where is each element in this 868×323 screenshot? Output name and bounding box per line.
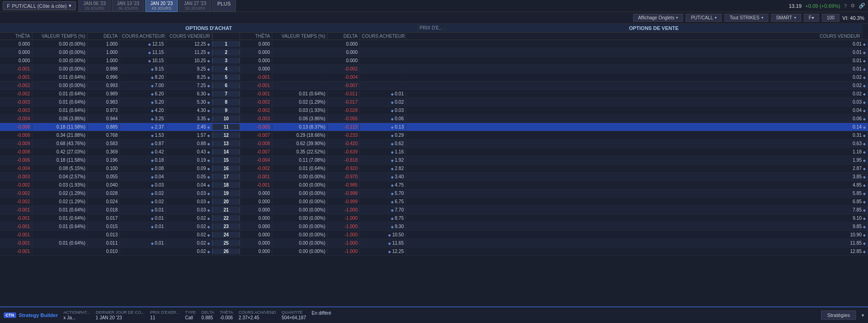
call-bid: ◆ 1.53 [120, 132, 166, 138]
put-ask: 0.01 ◆ [406, 49, 868, 55]
smart-selector[interactable]: SMART ▾ [771, 14, 801, 22]
table-row[interactable]: -0.003 0.01 (0.64%) 0.973 ◆ 4.20 4.30 ◆ … [0, 106, 868, 115]
date-tab-1[interactable]: JAN 13 '23 36 JOURS [112, 0, 144, 12]
plus-button[interactable]: PLUS [212, 0, 236, 12]
strategy-col: QUANTITÉ504×64,187 [281, 310, 306, 320]
settings-icon[interactable]: ⚙ [850, 3, 855, 9]
call-delta-header: DELTA [88, 33, 120, 40]
instrument-selector[interactable]: F PUT/CALL (Côte à côte) ▾ [3, 1, 76, 10]
table-row[interactable]: -0.009 0.68 (43.76%) 0.583 ◆ 0.87 0.88 ◆… [0, 140, 868, 148]
strategy-builder-label: CTN Strategy Builder [4, 312, 58, 318]
table-row[interactable]: -0.001 0.00 (0.00%) 0.998 ◆ 9.15 9.25 ◆ … [0, 65, 868, 73]
help-icon[interactable]: ? [844, 3, 847, 9]
table-row[interactable]: -0.002 0.02 (1.29%) 0.028 ◆ 0.02 0.03 ◆ … [0, 189, 868, 198]
put-vtime: 0.00 (0.00%) [272, 240, 328, 246]
strikes-selector[interactable]: Tout STRIKES ▾ [724, 14, 768, 22]
call-delta: 1.000 [88, 49, 120, 55]
put-bid: ◆ 9.30 [360, 223, 406, 229]
put-ask: 9.10 ◆ [406, 215, 868, 221]
call-vtime: 0.00 (0.00%) [32, 49, 88, 55]
put-bid: ◆ 1.16 [360, 149, 406, 155]
put-bid: ◆ 0.01 [360, 91, 406, 97]
table-row[interactable]: -0.001 0.01 (0.64%) 0.018 ◆ 0.01 0.03 ◆ … [0, 206, 868, 214]
call-theta: -0.002 [0, 82, 32, 88]
strategy-col: En différé [311, 310, 331, 320]
put-vtime: 0.06 (3.86%) [272, 116, 328, 122]
put-ask: 0.02 ◆ [406, 74, 868, 80]
affichage-selector[interactable]: Affichage Onglets ▾ [633, 14, 683, 22]
put-theta: 0.000 [240, 199, 272, 205]
table-row[interactable]: -0.002 0.03 (1.93%) 0.040 ◆ 0.03 0.04 ◆ … [0, 181, 868, 189]
put-vtime: 0.62 (39.90%) [272, 141, 328, 147]
table-row[interactable]: -0.001 0.01 (0.64%) 0.011 ◆ 0.01 0.02 ◆ … [0, 239, 868, 247]
strike-col-header [212, 33, 240, 40]
put-ask: 0.14 ◆ [406, 124, 868, 130]
put-delta: -1.000 [328, 232, 360, 238]
put-delta: -1.000 [328, 248, 360, 254]
call-bid: ◆ 3.25 [120, 116, 166, 122]
put-ask: 0.01 ◆ [406, 41, 868, 47]
date-tab-2[interactable]: JAN 20 '23 43 JOURS [145, 0, 178, 12]
call-bid: ◆ 0.01 [120, 207, 166, 213]
put-bid: ◆ 0.62 [360, 141, 406, 147]
table-row[interactable]: -0.003 0.01 (0.64%) 0.983 ◆ 5.20 5.30 ◆ … [0, 98, 868, 106]
table-row[interactable]: 0.000 0.00 (0.00%) 1.000 ◆ 12.15 12.25 ◆… [0, 40, 868, 48]
put-vtime: 0.03 (1.93%) [272, 107, 328, 113]
call-bid: ◆ 0.01 [120, 223, 166, 229]
put-delta: -0.998 [328, 190, 360, 196]
table-row[interactable]: -0.006 0.18 (11.58%) 0.196 ◆ 0.18 0.19 ◆… [0, 156, 868, 164]
ctn-badge: CTN [4, 312, 16, 318]
strategies-dropdown-icon[interactable]: ▾ [862, 312, 864, 318]
put-bid: ◆ 2.82 [360, 165, 406, 171]
put-delta: 0.000 [328, 58, 360, 64]
call-theta: -0.009 [0, 141, 32, 147]
date-tab-3[interactable]: JAN 27 '23 50 JOURS [179, 0, 211, 12]
date-tabs: JAN 06 '23 29 JOURS JAN 13 '23 36 JOURS … [78, 0, 236, 12]
call-bid: ◆ 7.00 [120, 82, 166, 88]
table-row[interactable]: -0.002 0.01 (0.64%) 0.989 ◆ 6.20 6.30 ◆ … [0, 90, 868, 98]
table-row[interactable]: -0.004 0.06 (3.86%) 0.944 ◆ 3.25 3.35 ◆ … [0, 115, 868, 123]
table-row[interactable]: -0.008 0.34 (21.88%) 0.768 ◆ 1.53 1.57 ◆… [0, 131, 868, 140]
put-bid [360, 77, 406, 78]
call-vtime: 0.00 (0.00%) [32, 41, 88, 47]
affichage-dropdown-icon: ▾ [676, 16, 678, 20]
call-theta: -0.002 [0, 190, 32, 196]
table-row[interactable]: -0.001 0.01 (0.64%) 0.015 ◆ 0.01 0.02 ◆ … [0, 223, 868, 231]
call-theta: -0.004 [0, 116, 32, 122]
strike-value: 11 [212, 124, 240, 130]
put-bid [360, 52, 406, 53]
strategies-button[interactable]: Stratégies [821, 311, 856, 320]
link-icon[interactable]: 🔗 [859, 3, 865, 9]
call-ask: 0.03 ◆ [166, 190, 212, 196]
strike-value: 17 [212, 174, 240, 180]
put-bid: ◆ 7.70 [360, 207, 406, 213]
table-row[interactable]: -0.001 0.013 0.02 ◆ 24 0.000 0.00 (0.00%… [0, 231, 868, 239]
put-theta: -0.001 [240, 91, 272, 97]
table-row[interactable]: -0.006 0.18 (11.58%) 0.885 ◆ 2.37 2.45 ◆… [0, 123, 868, 131]
call-bid: ◆ 0.01 [120, 240, 166, 246]
table-row[interactable]: -0.004 0.08 (5.15%) 0.100 ◆ 0.08 0.09 ◆ … [0, 164, 868, 173]
put-theta: 0.000 [240, 49, 272, 55]
table-row[interactable]: -0.002 0.02 (1.29%) 0.024 ◆ 0.02 0.03 ◆ … [0, 198, 868, 206]
putcall-selector[interactable]: PUT/CALL ▾ [686, 14, 722, 22]
f-selector[interactable]: F▾ [804, 14, 819, 22]
table-row[interactable]: -0.001 0.01 (0.64%) 0.017 ◆ 0.01 0.02 ◆ … [0, 214, 868, 223]
table-row[interactable]: -0.003 0.04 (2.57%) 0.055 ◆ 0.04 0.05 ◆ … [0, 173, 868, 181]
table-row[interactable]: -0.001 0.01 (0.64%) 0.996 ◆ 8.20 8.25 ◆ … [0, 73, 868, 82]
options-data-rows[interactable]: 0.000 0.00 (0.00%) 1.000 ◆ 12.15 12.25 ◆… [0, 40, 868, 306]
table-row[interactable]: 0.000 0.00 (0.00%) 1.000 ◆ 10.15 10.25 ◆… [0, 57, 868, 65]
put-delta: -0.420 [328, 141, 360, 147]
call-delta: 1.000 [88, 41, 120, 47]
call-vtime: 0.01 (0.64%) [32, 91, 88, 97]
call-ask: 6.30 ◆ [166, 91, 212, 97]
date-tab-0[interactable]: JAN 06 '23 29 JOURS [78, 0, 111, 12]
table-row[interactable]: -0.008 0.42 (27.03%) 0.369 ◆ 0.42 0.43 ◆… [0, 148, 868, 156]
call-vtime: 0.01 (0.64%) [32, 223, 88, 229]
table-row[interactable]: 0.000 0.00 (0.00%) 1.000 ◆ 11.15 11.25 ◆… [0, 48, 868, 57]
put-delta: -0.002 [328, 66, 360, 72]
put-delta: -1.000 [328, 223, 360, 229]
table-row[interactable]: -0.002 0.00 (0.00%) 0.993 ◆ 7.00 7.25 ◆ … [0, 82, 868, 90]
strike-value: 5 [212, 74, 240, 80]
call-ask: 0.02 ◆ [166, 248, 212, 254]
table-row[interactable]: -0.001 0.010 0.02 ◆ 26 0.000 0.00 (0.00%… [0, 247, 868, 256]
